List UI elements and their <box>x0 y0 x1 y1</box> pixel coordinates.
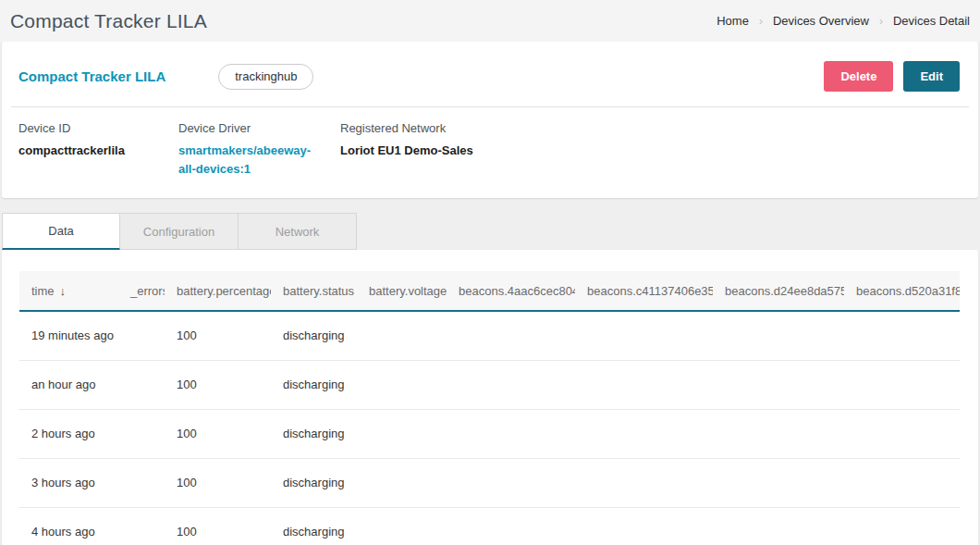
cell-beacons-d24ee8da575c <box>713 458 844 507</box>
cell-errors <box>118 507 165 545</box>
cell-battery-percentage: 100 <box>165 409 271 458</box>
data-table-card: time↓_errorsbattery.percentagebattery.st… <box>2 250 978 545</box>
cell-beacons-4aac6cec804f <box>447 311 575 360</box>
tab-configuration[interactable]: Configuration <box>120 213 239 250</box>
cell-beacons-c41137406e35 <box>575 360 713 409</box>
device-data-table: time↓_errorsbattery.percentagebattery.st… <box>19 271 960 545</box>
column-header-battery-percentage[interactable]: battery.percentage <box>165 271 271 311</box>
cell-beacons-c41137406e35 <box>575 507 713 545</box>
device-info-grid: Device IDcompacttrackerlilaDevice Driver… <box>2 107 978 198</box>
device-field-registered-network: Registered NetworkLoriot EU1 Demo-Sales <box>340 121 502 179</box>
cell-beacons-4aac6cec804f <box>447 458 575 507</box>
cell-time: 19 minutes ago <box>19 311 118 360</box>
column-header-label: battery.percentage <box>177 284 271 298</box>
cell-battery-voltage <box>357 458 447 507</box>
table-header-row: time↓_errorsbattery.percentagebattery.st… <box>19 271 960 311</box>
cell-beacons-4aac6cec804f <box>447 507 575 545</box>
device-name: Compact Tracker LILA <box>18 68 165 84</box>
cell-battery-voltage <box>357 360 447 409</box>
cell-beacons-4aac6cec804f <box>447 360 575 409</box>
field-label: Device ID <box>18 121 162 135</box>
cell-time: 3 hours ago <box>19 458 118 507</box>
cell-beacons-d24ee8da575c <box>713 409 844 458</box>
cell-battery-percentage: 100 <box>165 360 271 409</box>
field-value: compacttrackerlila <box>18 142 162 160</box>
device-info-card: Compact Tracker LILA trackinghub Delete … <box>2 42 978 198</box>
table-row: an hour ago100discharging <box>19 360 960 409</box>
cell-beacons-d24ee8da575c <box>713 360 844 409</box>
cell-battery-status: discharging <box>271 360 357 409</box>
column-header-beacons-c41137406e35[interactable]: beacons.c41137406e35 <box>575 271 713 311</box>
cell-time: 2 hours ago <box>19 409 118 458</box>
cell-beacons-d520a31f8 <box>844 458 960 507</box>
breadcrumb-item-devices-detail: Devices Detail <box>893 14 970 28</box>
column-header-label: beacons.d24ee8da575c <box>725 284 844 298</box>
top-bar: Compact Tracker LILA Home›Devices Overvi… <box>0 0 980 42</box>
tab-bar: DataConfigurationNetwork <box>2 213 978 250</box>
device-actions: Delete Edit <box>824 61 960 92</box>
cell-beacons-c41137406e35 <box>575 311 713 360</box>
chevron-right-icon: › <box>879 15 883 28</box>
column-header-beacons-4aac6cec804f[interactable]: beacons.4aac6cec804f <box>447 271 575 311</box>
field-value: Loriot EU1 Demo-Sales <box>340 142 485 160</box>
column-header-beacons-d24ee8da575c[interactable]: beacons.d24ee8da575c <box>713 271 844 311</box>
column-header-time[interactable]: time↓ <box>19 271 118 311</box>
table-row: 3 hours ago100discharging <box>19 458 960 507</box>
field-label: Registered Network <box>340 121 485 135</box>
device-field-device-id: Device IDcompacttrackerlila <box>18 121 178 179</box>
column-header-label: time <box>31 284 55 298</box>
cell-battery-percentage: 100 <box>165 311 271 360</box>
column-header-label: beacons.d520a31f8 <box>856 284 960 298</box>
cell-battery-voltage <box>357 409 447 458</box>
column-header-label: beacons.4aac6cec804f <box>459 284 575 298</box>
cell-errors <box>118 360 165 409</box>
cell-beacons-c41137406e35 <box>575 458 713 507</box>
device-card-header: Compact Tracker LILA trackinghub Delete … <box>2 42 978 106</box>
cell-beacons-d520a31f8 <box>844 360 960 409</box>
table-scroll-area[interactable]: time↓_errorsbattery.percentagebattery.st… <box>19 271 960 545</box>
cell-battery-status: discharging <box>271 409 357 458</box>
cell-beacons-d24ee8da575c <box>713 507 844 545</box>
cell-battery-status: discharging <box>271 311 357 360</box>
cell-time: an hour ago <box>19 360 118 409</box>
cell-battery-voltage <box>357 507 447 545</box>
cell-beacons-d520a31f8 <box>844 311 960 360</box>
delete-button[interactable]: Delete <box>824 61 893 92</box>
cell-beacons-d520a31f8 <box>844 409 960 458</box>
sort-descending-icon: ↓ <box>60 284 67 298</box>
device-tag-badge: trackinghub <box>218 64 313 90</box>
tab-data[interactable]: Data <box>2 213 120 250</box>
table-row: 19 minutes ago100discharging <box>19 311 960 360</box>
table-row: 2 hours ago100discharging <box>19 409 960 458</box>
cell-errors <box>118 311 165 360</box>
tab-network[interactable]: Network <box>239 213 357 250</box>
column-header-label: battery.status <box>283 284 354 298</box>
chevron-right-icon: › <box>759 15 763 28</box>
column-header-label: battery.voltage <box>369 284 447 298</box>
cell-beacons-d520a31f8 <box>844 507 960 545</box>
cell-battery-percentage: 100 <box>165 507 271 545</box>
cell-errors <box>118 458 165 507</box>
device-field-device-driver: Device Driversmartmakers/abeeway-all-dev… <box>178 121 340 179</box>
cell-beacons-c41137406e35 <box>575 409 713 458</box>
breadcrumb-item-home[interactable]: Home <box>717 14 749 28</box>
column-header-label: beacons.c41137406e35 <box>587 284 713 298</box>
column-header-battery-status[interactable]: battery.status <box>271 271 357 311</box>
cell-beacons-4aac6cec804f <box>447 409 575 458</box>
device-driver-link[interactable]: smartmakers/abeeway-all-devices:1 <box>178 142 324 179</box>
column-header-beacons-d520a31f8[interactable]: beacons.d520a31f8 <box>844 271 960 311</box>
breadcrumb: Home›Devices Overview›Devices Detail <box>717 14 970 28</box>
column-header-label: _errors <box>130 284 165 298</box>
edit-button[interactable]: Edit <box>903 61 960 92</box>
table-row: 4 hours ago100discharging <box>19 507 960 545</box>
breadcrumb-item-devices-overview[interactable]: Devices Overview <box>773 14 869 28</box>
page-title: Compact Tracker LILA <box>10 10 207 32</box>
field-label: Device Driver <box>178 121 324 135</box>
cell-battery-status: discharging <box>271 458 357 507</box>
cell-battery-status: discharging <box>271 507 357 545</box>
cell-time: 4 hours ago <box>19 507 118 545</box>
table-body: 19 minutes ago100dischargingan hour ago1… <box>19 311 960 545</box>
column-header-errors[interactable]: _errors <box>118 271 165 311</box>
cell-battery-voltage <box>357 311 447 360</box>
column-header-battery-voltage[interactable]: battery.voltage <box>357 271 447 311</box>
